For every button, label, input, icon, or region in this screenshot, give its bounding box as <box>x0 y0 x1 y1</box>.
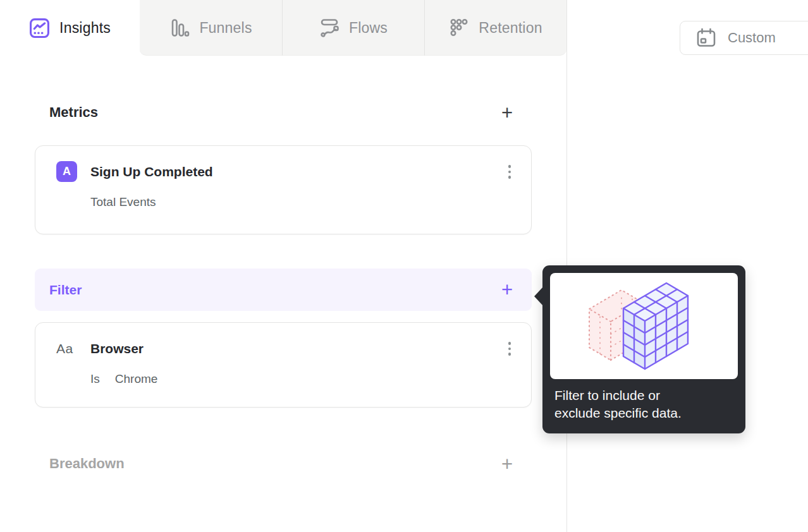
filter-operator: Is <box>90 372 100 386</box>
flow-wave-icon <box>319 18 340 38</box>
filter-kebab-menu-icon[interactable] <box>506 338 514 360</box>
filter-help-tooltip: Filter to include or exclude specific da… <box>542 265 745 433</box>
breakdown-title: Breakdown <box>49 456 125 472</box>
funnel-bars-icon <box>169 18 190 38</box>
date-range-button[interactable]: Custom <box>680 21 808 55</box>
filter-card[interactable]: Aa Browser Is Chrome <box>35 322 532 408</box>
dot-grid-icon <box>449 18 469 38</box>
metric-event-name: Sign Up Completed <box>90 164 213 179</box>
filter-condition[interactable]: Is Chrome <box>35 360 531 402</box>
tab-funnels-label: Funnels <box>199 20 252 37</box>
metric-card[interactable]: A Sign Up Completed Total Events <box>35 145 532 234</box>
inactive-tab-group: Funnels Flows <box>140 0 566 56</box>
tooltip-arrow <box>534 287 543 306</box>
filter-card-header: Aa Browser <box>35 323 531 360</box>
cube-illustration <box>550 273 738 379</box>
filter-value: Chrome <box>115 372 158 386</box>
metric-aggregation-label: Total Events <box>90 195 156 209</box>
add-breakdown-button[interactable]: + <box>501 454 513 474</box>
report-tabbar: Insights Funnels <box>0 0 567 56</box>
tab-flows[interactable]: Flows <box>282 0 424 56</box>
filter-section-header: Filter + <box>35 269 532 311</box>
tab-retention-label: Retention <box>479 20 542 37</box>
calendar-icon <box>695 27 717 49</box>
metrics-title: Metrics <box>49 104 98 121</box>
tab-insights[interactable]: Insights <box>0 0 140 56</box>
metric-card-header: A Sign Up Completed <box>35 146 531 183</box>
tab-insights-label: Insights <box>59 20 111 37</box>
metric-aggregation[interactable]: Total Events <box>35 183 531 226</box>
breakdown-section-header: Breakdown + <box>35 447 532 480</box>
line-chart-icon <box>29 18 50 39</box>
query-builder-pane: Insights Funnels <box>0 0 567 532</box>
filter-title: Filter <box>49 282 82 298</box>
metric-letter-badge: A <box>56 161 77 182</box>
tab-retention[interactable]: Retention <box>424 0 566 56</box>
tooltip-line-1: Filter to include or <box>554 387 735 404</box>
tooltip-line-2: exclude specific data. <box>554 404 735 422</box>
metric-kebab-menu-icon[interactable] <box>506 161 514 183</box>
filter-property-name: Browser <box>90 341 144 356</box>
add-filter-button[interactable]: + <box>501 280 513 299</box>
tab-flows-label: Flows <box>349 20 388 37</box>
date-range-label: Custom <box>728 30 776 46</box>
tooltip-caption: Filter to include or exclude specific da… <box>554 387 735 422</box>
string-property-icon: Aa <box>56 341 77 356</box>
add-metric-button[interactable]: + <box>501 103 513 123</box>
insights-builder-screen: Insights Funnels <box>0 0 808 532</box>
metrics-section-header: Metrics + <box>35 96 532 129</box>
tab-funnels[interactable]: Funnels <box>140 0 282 56</box>
